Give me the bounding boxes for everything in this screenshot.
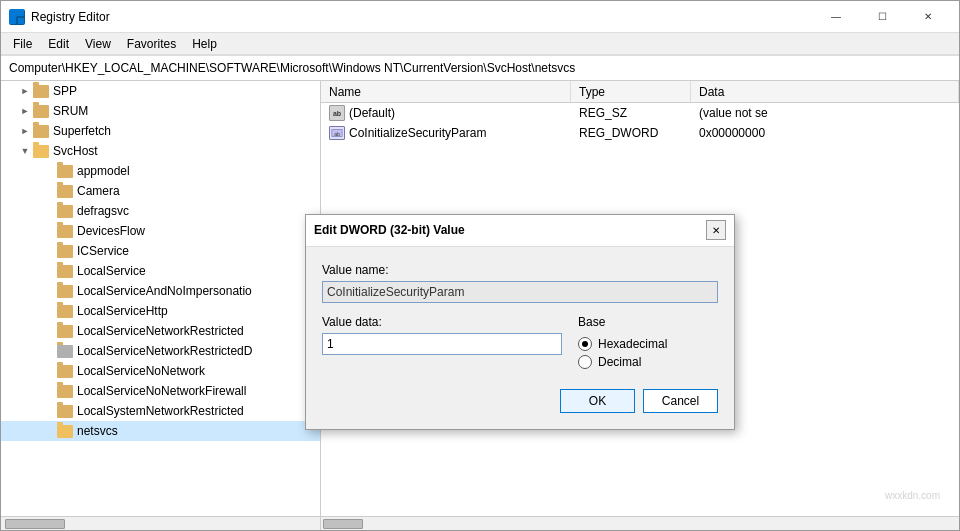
- folder-icon-camera: [57, 185, 73, 198]
- folder-icon-localserviceandno: [57, 285, 73, 298]
- menu-file[interactable]: File: [5, 35, 40, 53]
- title-bar: Registry Editor — ☐ ✕: [1, 1, 959, 33]
- folder-icon-localsystemnetwork: [57, 405, 73, 418]
- radio-circle-hex: [578, 337, 592, 351]
- dialog-close-button[interactable]: ✕: [706, 220, 726, 240]
- tree-item-defragsvc[interactable]: defragsvc: [1, 201, 320, 221]
- tree-item-svchost[interactable]: ▼ SvcHost: [1, 141, 320, 161]
- tree-label-localservicenetwork: LocalServiceNetworkRestricted: [77, 324, 244, 338]
- ok-button[interactable]: OK: [560, 389, 635, 413]
- tree-item-localservicenonetwork[interactable]: LocalServiceNoNetwork: [1, 361, 320, 381]
- value-name-input[interactable]: [322, 281, 718, 303]
- folder-icon-appmodel: [57, 165, 73, 178]
- cancel-button[interactable]: Cancel: [643, 389, 718, 413]
- tree-label-icservice: ICService: [77, 244, 129, 258]
- folder-icon-localservicenetworkd: [57, 345, 73, 358]
- folder-icon-devicesflow: [57, 225, 73, 238]
- tree-label-spp: SPP: [53, 84, 77, 98]
- tree-toggle-svchost[interactable]: ▼: [17, 143, 33, 159]
- tree-item-camera[interactable]: Camera: [1, 181, 320, 201]
- svg-text:ab: ab: [334, 131, 340, 137]
- tree-item-localservicenetwork[interactable]: LocalServiceNetworkRestricted: [1, 321, 320, 341]
- tree-toggle-srum[interactable]: ►: [17, 103, 33, 119]
- tree-label-localservicenetworkd: LocalServiceNetworkRestrictedD: [77, 344, 252, 358]
- col-header-type: Type: [571, 81, 691, 102]
- tree-item-appmodel[interactable]: appmodel: [1, 161, 320, 181]
- tree-item-netsvcs[interactable]: netsvcs: [1, 421, 320, 441]
- menu-view[interactable]: View: [77, 35, 119, 53]
- tree-label-devicesflow: DevicesFlow: [77, 224, 145, 238]
- tree-item-devicesflow[interactable]: DevicesFlow: [1, 221, 320, 241]
- right-scrollbar[interactable]: [321, 517, 959, 530]
- folder-icon-localservicehttp: [57, 305, 73, 318]
- radio-label-dec: Decimal: [598, 355, 641, 369]
- scroll-area: [1, 516, 959, 530]
- folder-icon-localservice: [57, 265, 73, 278]
- tree-toggle-netsvcs: [41, 423, 57, 439]
- value-data-input[interactable]: [322, 333, 562, 355]
- tree-item-localservicenofirewall[interactable]: LocalServiceNoNetworkFirewall: [1, 381, 320, 401]
- radio-label-hex: Hexadecimal: [598, 337, 667, 351]
- tree-item-localservicehttp[interactable]: LocalServiceHttp: [1, 301, 320, 321]
- tree-item-localservicenetworkd[interactable]: LocalServiceNetworkRestrictedD: [1, 341, 320, 361]
- cell-data-coinit: 0x00000000: [691, 126, 959, 140]
- tree-toggle-localsystemnetwork: [41, 403, 57, 419]
- menu-help[interactable]: Help: [184, 35, 225, 53]
- folder-icon-localservicenetwork: [57, 325, 73, 338]
- tree-label-camera: Camera: [77, 184, 120, 198]
- cell-name-default: ab (Default): [321, 105, 571, 121]
- close-button[interactable]: ✕: [905, 1, 951, 33]
- tree-label-localservicenonetwork: LocalServiceNoNetwork: [77, 364, 205, 378]
- right-scroll-thumb[interactable]: [323, 519, 363, 529]
- address-bar: Computer\HKEY_LOCAL_MACHINE\SOFTWARE\Mic…: [1, 55, 959, 81]
- menu-bar: File Edit View Favorites Help: [1, 33, 959, 55]
- tree-label-localservicehttp: LocalServiceHttp: [77, 304, 168, 318]
- value-data-label: Value data:: [322, 315, 562, 329]
- dialog-base-field: Base Hexadecimal Decimal: [578, 315, 718, 373]
- tree-panel[interactable]: ► SPP ► SRUM ► Superfetch: [1, 81, 321, 516]
- tree-label-srum: SRUM: [53, 104, 88, 118]
- left-scrollbar[interactable]: [1, 517, 321, 530]
- svg-rect-3: [18, 18, 24, 24]
- window-controls: — ☐ ✕: [813, 1, 951, 33]
- tree-item-superfetch[interactable]: ► Superfetch: [1, 121, 320, 141]
- col-header-name: Name: [321, 81, 571, 102]
- tree-toggle-camera: [41, 183, 57, 199]
- tree-toggle-devicesflow: [41, 223, 57, 239]
- folder-icon-localservicenonetwork: [57, 365, 73, 378]
- tree-label-localservicenofirewall: LocalServiceNoNetworkFirewall: [77, 384, 246, 398]
- svg-rect-0: [10, 10, 16, 16]
- minimize-button[interactable]: —: [813, 1, 859, 33]
- tree-toggle-spp[interactable]: ►: [17, 83, 33, 99]
- tree-label-defragsvc: defragsvc: [77, 204, 129, 218]
- table-row[interactable]: ab (Default) REG_SZ (value not se: [321, 103, 959, 123]
- app-icon: [9, 9, 25, 25]
- radio-circle-dec: [578, 355, 592, 369]
- tree-item-spp[interactable]: ► SPP: [1, 81, 320, 101]
- left-scroll-thumb[interactable]: [5, 519, 65, 529]
- folder-icon-svchost: [33, 145, 49, 158]
- folder-icon-spp: [33, 85, 49, 98]
- tree-item-localserviceandno[interactable]: LocalServiceAndNoImpersonatio: [1, 281, 320, 301]
- reg-sz-icon: ab: [329, 105, 345, 121]
- radio-decimal[interactable]: Decimal: [578, 355, 718, 369]
- maximize-button[interactable]: ☐: [859, 1, 905, 33]
- address-path: Computer\HKEY_LOCAL_MACHINE\SOFTWARE\Mic…: [9, 61, 575, 75]
- dialog-data-field: Value data:: [322, 315, 562, 373]
- tree-item-localservice[interactable]: LocalService: [1, 261, 320, 281]
- menu-favorites[interactable]: Favorites: [119, 35, 184, 53]
- radio-group-base: Hexadecimal Decimal: [578, 333, 718, 373]
- tree-item-localsystemnetwork[interactable]: LocalSystemNetworkRestricted: [1, 401, 320, 421]
- dialog-data-row: Value data: Base Hexadecimal: [322, 315, 718, 373]
- tree-label-localservice: LocalService: [77, 264, 146, 278]
- menu-edit[interactable]: Edit: [40, 35, 77, 53]
- tree-item-icservice[interactable]: ICService: [1, 241, 320, 261]
- tree-toggle-superfetch[interactable]: ►: [17, 123, 33, 139]
- table-row[interactable]: ab CoInitializeSecurityParam REG_DWORD 0…: [321, 123, 959, 143]
- value-name-label: Value name:: [322, 263, 718, 277]
- cell-name-coinit: ab CoInitializeSecurityParam: [321, 126, 571, 140]
- tree-item-srum[interactable]: ► SRUM: [1, 101, 320, 121]
- radio-hexadecimal[interactable]: Hexadecimal: [578, 337, 718, 351]
- cell-data-default: (value not se: [691, 106, 959, 120]
- folder-icon-netsvcs: [57, 425, 73, 438]
